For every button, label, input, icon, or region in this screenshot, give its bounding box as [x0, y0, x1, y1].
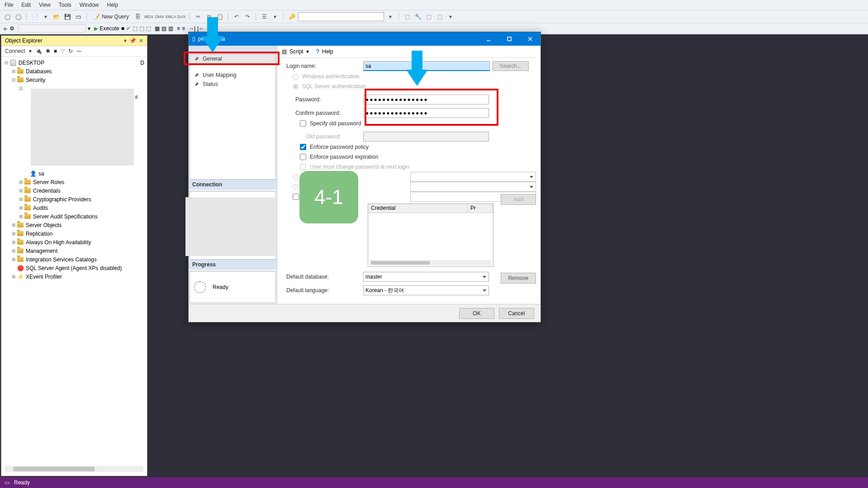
indent-icon[interactable]: →|	[189, 25, 195, 32]
tree-databases[interactable]: Databases	[26, 68, 52, 75]
tree-credentials[interactable]: Credentials	[33, 188, 61, 194]
results-grid-icon[interactable]: ▦	[155, 25, 160, 32]
default-database-combo[interactable]: master	[363, 272, 489, 282]
chevron-down-icon[interactable]: ▾	[446, 12, 455, 21]
tool-icon[interactable]: ⬚	[403, 12, 412, 21]
mdx-query-icon[interactable]: MDX	[144, 12, 153, 21]
map-cred-checkbox[interactable]	[293, 194, 299, 200]
search-button[interactable]: Search...	[493, 61, 529, 71]
panel-dropdown-icon[interactable]: ▾	[124, 38, 127, 44]
annotation-arrow-password	[406, 51, 428, 86]
progress-status: Ready	[213, 284, 228, 290]
menu-help[interactable]: Help	[107, 2, 119, 8]
tree-always-on[interactable]: Always On High Availability	[26, 239, 91, 246]
tree-server-objects[interactable]: Server Objects	[26, 222, 62, 228]
connect-icon[interactable]: 🔌	[35, 48, 42, 54]
credentials-grid[interactable]: Credential Pr	[368, 204, 493, 267]
tool-icon[interactable]: ⬚	[139, 25, 144, 32]
pin-icon[interactable]: 📌	[129, 38, 136, 44]
close-icon[interactable]: ✕	[139, 38, 143, 44]
chevron-down-icon[interactable]: ▾	[88, 25, 90, 32]
default-language-combo[interactable]: Korean - 한국어	[363, 285, 489, 295]
tree-root[interactable]: DESKTOP	[19, 60, 44, 66]
enforce-expiration-checkbox[interactable]	[300, 154, 306, 160]
results-file-icon[interactable]: ▥	[168, 25, 173, 32]
check-icon[interactable]: ✔	[126, 25, 131, 32]
tree-replication[interactable]: Replication	[26, 231, 52, 237]
estimated-plan-icon[interactable]: ☰	[260, 12, 269, 21]
xmla-query-icon[interactable]: XMLA	[166, 12, 175, 21]
tree-audits[interactable]: Audits	[33, 205, 48, 211]
dax-query-icon[interactable]: DAX	[177, 12, 186, 21]
tree-isc[interactable]: Integration Services Catalogs	[26, 256, 97, 263]
script-dropdown[interactable]: Script	[289, 48, 304, 55]
specify-old-password-checkbox[interactable]	[300, 120, 306, 127]
refresh-icon[interactable]: ↻	[68, 48, 73, 54]
parse-icon[interactable]: ⟛	[3, 25, 8, 32]
tree-xevent[interactable]: XEvent Profiler	[26, 274, 62, 280]
results-text-icon[interactable]: ▤	[161, 25, 166, 32]
connect-dropdown[interactable]: Connect	[5, 48, 25, 54]
tool-icon[interactable]: ⬚	[435, 12, 444, 21]
comment-icon[interactable]: ≡	[177, 25, 180, 32]
activity-monitor-icon[interactable]: 🔑	[287, 12, 296, 21]
execute-label: Execute	[100, 25, 119, 32]
tool-icon[interactable]: ⬚	[146, 25, 151, 32]
new-project-icon[interactable]: 📄	[30, 12, 39, 21]
page-status[interactable]: Status	[190, 80, 275, 89]
stop-icon[interactable]: ■	[54, 48, 57, 54]
nav-back-icon[interactable]: ◯	[3, 12, 12, 21]
minimize-button[interactable]	[478, 32, 499, 46]
tree-crypto[interactable]: Cryptographic Providers	[33, 196, 91, 203]
undo-icon[interactable]: ↶	[232, 12, 241, 21]
enforce-policy-checkbox[interactable]	[300, 144, 306, 150]
database-combo[interactable]	[18, 24, 86, 33]
tool-icon[interactable]: ⬚	[133, 25, 138, 32]
menu-edit[interactable]: Edit	[21, 2, 31, 8]
dmx-query-icon[interactable]: DMX	[155, 12, 164, 21]
menu-window[interactable]: Window	[80, 2, 99, 8]
chevron-down-icon[interactable]: ▾	[386, 12, 395, 21]
tree-agent[interactable]: SQL Server Agent (Agent XPs disabled)	[26, 265, 122, 271]
tool-icon[interactable]: ⬚	[424, 12, 433, 21]
nav-fwd-icon[interactable]: ◯	[14, 12, 23, 21]
help-link[interactable]: Help	[322, 48, 333, 55]
save-icon[interactable]: 💾	[63, 12, 72, 21]
redacted-region	[185, 197, 279, 256]
pulse-icon[interactable]: ⁓	[76, 48, 82, 54]
tree-server-roles[interactable]: Server Roles	[33, 179, 64, 185]
chevron-down-icon[interactable]: ▾	[41, 12, 50, 21]
execute-button[interactable]: ▶ Execute	[94, 25, 119, 32]
open-icon[interactable]: 📂	[52, 12, 61, 21]
tree-scrollbar[interactable]	[5, 466, 143, 472]
ok-button[interactable]: OK	[459, 308, 494, 319]
maximize-button[interactable]	[499, 32, 520, 46]
tree-management[interactable]: Management	[26, 248, 57, 254]
wrench-icon[interactable]: 🔧	[413, 12, 422, 21]
tree-audit-spec[interactable]: Server Audit Specifications	[33, 213, 98, 220]
filter-icon[interactable]: ▽	[61, 48, 65, 54]
new-query-button[interactable]: 📝 New Query	[90, 14, 132, 20]
menu-file[interactable]: File	[5, 2, 13, 8]
tree-security[interactable]: Security	[26, 77, 45, 83]
menu-tools[interactable]: Tools	[59, 2, 71, 8]
tool-icon[interactable]: ⚙	[9, 25, 14, 32]
grid-scrollbar[interactable]	[370, 260, 491, 265]
page-user-mapping[interactable]: User Mapping	[190, 71, 275, 80]
db-engine-query-icon[interactable]: 🗄	[133, 12, 142, 21]
quick-launch-input[interactable]	[298, 12, 384, 21]
close-button[interactable]	[520, 32, 541, 46]
cancel-button[interactable]: Cancel	[499, 308, 534, 319]
remove-button[interactable]: Remove	[501, 273, 536, 284]
chevron-down-icon[interactable]: ▾	[306, 48, 309, 55]
tree-sa[interactable]: sa	[38, 171, 44, 177]
menu-view[interactable]: View	[39, 2, 51, 8]
redo-icon[interactable]: ↷	[243, 12, 252, 21]
disconnect-icon[interactable]: ✱	[46, 48, 50, 54]
stop-icon[interactable]: ■	[121, 25, 124, 32]
chevron-down-icon[interactable]: ▾	[270, 12, 280, 21]
statusbar-ready: Ready	[14, 479, 30, 486]
progress-spinner-icon	[194, 281, 206, 294]
save-all-icon[interactable]: 🗃	[74, 12, 83, 21]
uncomment-icon[interactable]: ≡	[182, 25, 185, 32]
